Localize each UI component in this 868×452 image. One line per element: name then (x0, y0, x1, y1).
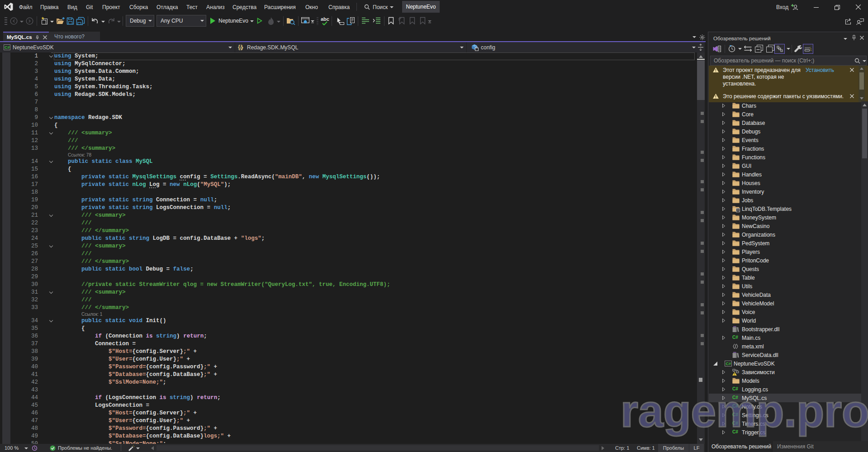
svg-text:C#: C# (5, 45, 10, 50)
svg-text:C#: C# (726, 361, 731, 366)
